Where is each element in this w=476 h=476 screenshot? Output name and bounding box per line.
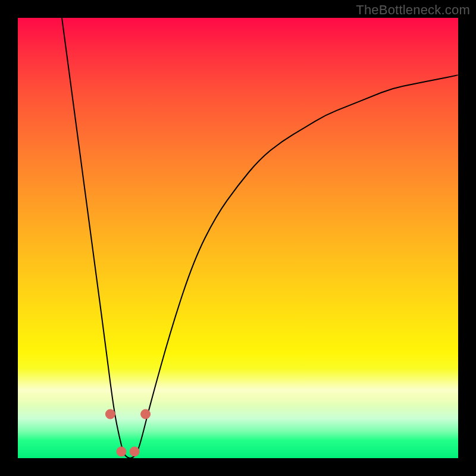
curve-marker-3 [141,409,151,419]
marker-layer [105,409,150,456]
curve-svg [18,18,458,458]
chart-frame: TheBottleneck.com [0,0,476,476]
curve-marker-0 [105,409,115,419]
curve-marker-1 [117,447,126,456]
glow-band [18,369,458,405]
bottleneck-curve-path [62,18,458,458]
plot-area [18,18,458,458]
curve-marker-2 [130,447,139,456]
watermark-text: TheBottleneck.com [356,2,470,18]
